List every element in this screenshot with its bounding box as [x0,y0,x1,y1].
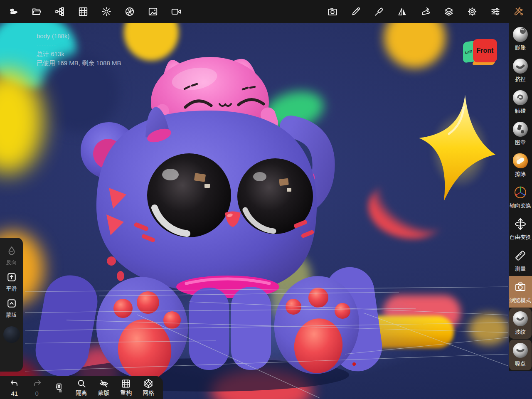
stats-total: 总计 613k [37,49,121,59]
bear-character [32,57,385,384]
interface-sliders-icon[interactable] [484,0,507,23]
orientation-cube[interactable]: Left Front [462,37,497,68]
tool-inflate[interactable]: 膨胀 [509,23,532,55]
tool-view-mode[interactable]: 浏览模式 [509,276,532,308]
toolbar-left-group [2,0,188,23]
stroke-options-panel: 反向 平滑 蒙版 [0,238,23,372]
scene-stats: body (188k) -------- 总计 613k 已使用 169 MB,… [37,32,121,68]
render-aperture-icon[interactable] [118,0,141,23]
remesh-grid-icon [121,378,131,389]
folder-icon[interactable] [25,0,48,23]
view-mode-camera-icon [513,280,528,295]
cursor-dot [352,362,356,366]
material-sphere[interactable] [3,326,20,343]
brush-sidebar: 膨胀 挤捏 触碰 图章 擦除 轴向变换 自由变换 测量 [509,23,532,371]
sculpt-app-window: body (188k) -------- 总计 613k 已使用 169 MB,… [0,0,532,399]
invert-drop-icon [6,245,17,257]
isolate-magnifier-icon [76,378,87,389]
mask-hidden-eye-icon [99,378,109,389]
paint-brush-icon[interactable] [367,0,391,23]
measure-ruler-icon [513,248,528,263]
cube-left-face[interactable]: Left [463,41,474,63]
erase-sphere-icon [513,153,528,168]
tool-erase[interactable]: 擦除 [509,150,532,181]
sparkle-star [419,95,495,201]
redo-button[interactable]: 0 [26,376,48,399]
toolbar-right-group [321,0,530,23]
tool-gizmo[interactable]: 轴向变换 [509,181,532,213]
pinch-sphere-icon [513,59,528,74]
background-image-icon[interactable] [141,0,165,23]
stroke-pencil-icon[interactable] [344,0,367,23]
topology-grid-icon[interactable] [71,0,95,23]
tool-ripple[interactable]: 波纹 [509,308,532,339]
bottom-toolbar: 41 0 隔离 蒙版 重构 网格 [0,376,163,399]
undo-arrow-icon [9,379,20,389]
stamp-sphere-icon [513,122,528,137]
stylus-hand-icon[interactable] [414,0,437,23]
ripple-sphere-icon [513,311,528,326]
layer-list-icon [54,382,64,393]
tool-nudge[interactable]: 触碰 [509,86,532,118]
nudge-sphere-icon [513,90,528,105]
tool-pinch[interactable]: 挤捏 [509,55,532,86]
isolate-button[interactable]: 隔离 [70,376,93,399]
redo-arrow-icon [32,379,42,389]
noise-sphere-icon [513,343,528,358]
stats-object: body (188k) [37,32,121,41]
stats-memory: 已使用 169 MB, 剩余 1088 MB [37,59,121,68]
tool-measure[interactable]: 测量 [509,244,532,276]
remesh-button[interactable]: 重构 [115,376,138,399]
top-toolbar [0,0,532,23]
symmetry-mirror-icon[interactable] [391,0,414,23]
screenshot-camera-icon[interactable] [321,0,344,23]
app-logo[interactable] [2,0,25,23]
mask-caret-icon [6,298,17,309]
inflate-sphere-icon [513,27,528,42]
layer-list-button[interactable] [48,376,70,399]
wireframe-button[interactable]: 网格 [137,376,160,399]
stats-divider: -------- [37,42,121,49]
smooth-button[interactable]: 平滑 [6,271,17,293]
tool-noise[interactable]: 噪点 [509,340,532,370]
settings-gear-icon[interactable] [461,0,484,23]
invert-button[interactable]: 反向 [6,245,17,266]
layers-icon[interactable] [437,0,461,23]
free-transform-icon [513,217,528,232]
smooth-arrow-icon [6,271,17,283]
mask-button[interactable]: 蒙版 [6,298,17,319]
camera-video-icon[interactable] [165,0,188,23]
tools-wrench-icon[interactable] [507,0,530,23]
tool-stamp[interactable]: 图章 [509,118,532,150]
wireframe-mesh-icon [143,378,154,389]
scene-graph-icon[interactable] [48,0,71,23]
undo-button[interactable]: 41 [3,376,26,399]
mask-visibility-button[interactable]: 蒙版 [93,376,115,399]
cube-front-face[interactable]: Front [473,39,497,62]
lighting-sun-icon[interactable] [95,0,118,23]
tool-free-transform[interactable]: 自由变换 [509,213,532,244]
gizmo-axes-icon [513,185,528,200]
